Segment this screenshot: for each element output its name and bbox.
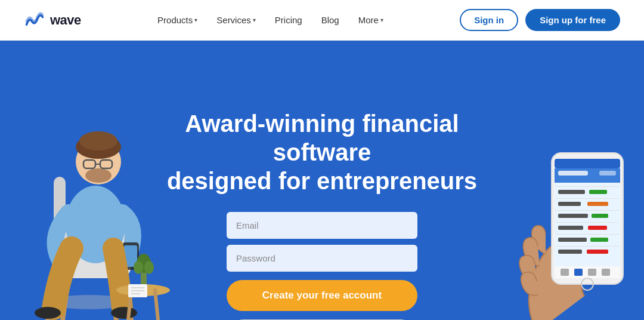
header: wave Products ▾ Services ▾ Pricing Blog … xyxy=(0,0,644,41)
password-field[interactable] xyxy=(227,245,417,272)
svg-point-17 xyxy=(35,307,61,319)
svg-rect-50 xyxy=(590,238,608,242)
email-field[interactable] xyxy=(227,212,417,239)
phone-illustration xyxy=(489,81,632,320)
svg-rect-40 xyxy=(558,202,581,206)
header-actions: Sign in Sign up for free xyxy=(460,9,620,31)
svg-point-11 xyxy=(85,168,112,183)
main-nav: Products ▾ Services ▾ Pricing Blog More … xyxy=(81,10,460,30)
svg-rect-58 xyxy=(602,269,610,276)
hero-title: Award-winning financial software designe… xyxy=(143,109,501,195)
svg-point-24 xyxy=(134,261,143,274)
svg-rect-37 xyxy=(558,190,585,194)
svg-rect-42 xyxy=(556,210,619,211)
svg-rect-36 xyxy=(556,186,619,187)
svg-rect-35 xyxy=(599,171,616,176)
svg-rect-48 xyxy=(556,234,619,235)
svg-rect-34 xyxy=(558,171,588,176)
svg-rect-52 xyxy=(558,250,582,254)
svg-rect-41 xyxy=(587,202,608,206)
phone-svg xyxy=(489,81,632,320)
svg-rect-56 xyxy=(574,269,583,276)
nav-products[interactable]: Products ▾ xyxy=(149,10,206,30)
svg-rect-51 xyxy=(556,246,619,247)
nav-pricing[interactable]: Pricing xyxy=(267,10,311,30)
create-account-button[interactable]: Create your free account xyxy=(227,280,417,311)
logo[interactable]: wave xyxy=(24,10,81,31)
svg-rect-43 xyxy=(558,214,588,218)
wave-logo-icon xyxy=(24,10,45,31)
svg-rect-53 xyxy=(587,250,608,254)
svg-rect-57 xyxy=(588,269,596,276)
signup-button[interactable]: Sign up for free xyxy=(525,9,620,31)
svg-rect-47 xyxy=(588,226,607,230)
svg-rect-45 xyxy=(556,222,619,223)
chevron-down-icon: ▾ xyxy=(380,17,383,23)
svg-rect-32 xyxy=(555,159,620,168)
chevron-down-icon: ▾ xyxy=(194,17,197,23)
chevron-down-icon: ▾ xyxy=(253,17,256,23)
signup-form: Create your free account Sign up with Go… xyxy=(227,212,417,320)
nav-blog[interactable]: Blog xyxy=(313,10,348,30)
svg-rect-55 xyxy=(561,269,569,276)
svg-rect-49 xyxy=(558,238,587,242)
svg-rect-38 xyxy=(589,190,607,194)
svg-point-25 xyxy=(144,261,154,274)
svg-rect-46 xyxy=(558,226,583,230)
svg-point-10 xyxy=(79,131,117,150)
svg-rect-39 xyxy=(556,198,619,199)
svg-point-18 xyxy=(111,307,137,319)
signin-button[interactable]: Sign in xyxy=(460,9,518,31)
logo-text: wave xyxy=(50,13,81,28)
hero-section: Award-winning financial software designe… xyxy=(0,41,644,320)
svg-rect-44 xyxy=(592,214,608,218)
nav-services[interactable]: Services ▾ xyxy=(208,10,264,30)
nav-more[interactable]: More ▾ xyxy=(350,10,392,30)
